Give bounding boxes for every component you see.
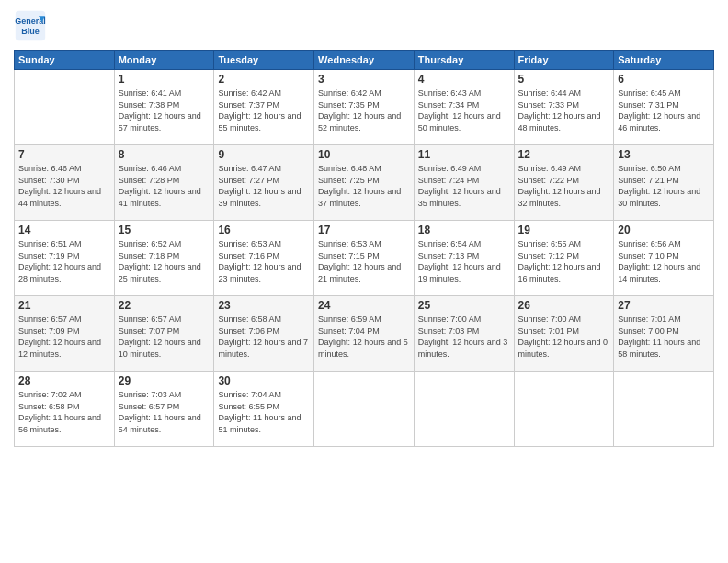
- day-cell: 11Sunrise: 6:49 AMSunset: 7:24 PMDayligh…: [414, 145, 514, 221]
- day-detail: Sunrise: 6:42 AMSunset: 7:37 PMDaylight:…: [218, 87, 310, 133]
- day-cell: 5Sunrise: 6:44 AMSunset: 7:33 PMDaylight…: [514, 70, 614, 145]
- day-detail: Sunrise: 6:42 AMSunset: 7:35 PMDaylight:…: [318, 87, 410, 133]
- day-cell: 8Sunrise: 6:46 AMSunset: 7:28 PMDaylight…: [114, 145, 214, 221]
- week-row-0: 1Sunrise: 6:41 AMSunset: 7:38 PMDaylight…: [15, 70, 714, 145]
- day-cell: 30Sunrise: 7:04 AMSunset: 6:55 PMDayligh…: [214, 372, 314, 447]
- day-cell: 3Sunrise: 6:42 AMSunset: 7:35 PMDaylight…: [314, 70, 415, 145]
- day-cell: 6Sunrise: 6:45 AMSunset: 7:31 PMDaylight…: [614, 70, 714, 145]
- day-cell: 15Sunrise: 6:52 AMSunset: 7:18 PMDayligh…: [114, 221, 214, 296]
- day-detail: Sunrise: 6:50 AMSunset: 7:21 PMDaylight:…: [618, 163, 710, 209]
- day-number: 28: [18, 374, 110, 387]
- day-cell: 1Sunrise: 6:41 AMSunset: 7:38 PMDaylight…: [114, 70, 214, 145]
- week-row-4: 28Sunrise: 7:02 AMSunset: 6:58 PMDayligh…: [15, 372, 714, 447]
- day-cell: 23Sunrise: 6:58 AMSunset: 7:06 PMDayligh…: [214, 296, 314, 372]
- day-number: 11: [418, 148, 510, 161]
- day-number: 8: [119, 148, 210, 161]
- day-cell: 13Sunrise: 6:50 AMSunset: 7:21 PMDayligh…: [614, 145, 714, 221]
- day-cell: 24Sunrise: 6:59 AMSunset: 7:04 PMDayligh…: [314, 296, 415, 372]
- day-cell: 19Sunrise: 6:55 AMSunset: 7:12 PMDayligh…: [514, 221, 614, 296]
- day-cell: 28Sunrise: 7:02 AMSunset: 6:58 PMDayligh…: [15, 372, 115, 447]
- day-number: 3: [318, 73, 410, 86]
- day-detail: Sunrise: 6:41 AMSunset: 7:38 PMDaylight:…: [119, 87, 210, 133]
- day-detail: Sunrise: 6:53 AMSunset: 7:16 PMDaylight:…: [218, 238, 310, 284]
- day-number: 29: [119, 374, 210, 387]
- week-row-2: 14Sunrise: 6:51 AMSunset: 7:19 PMDayligh…: [15, 221, 714, 296]
- day-number: 14: [18, 224, 110, 236]
- day-detail: Sunrise: 7:03 AMSunset: 6:57 PMDaylight:…: [119, 389, 210, 435]
- day-cell: 20Sunrise: 6:56 AMSunset: 7:10 PMDayligh…: [614, 221, 714, 296]
- day-detail: Sunrise: 6:45 AMSunset: 7:31 PMDaylight:…: [618, 87, 710, 133]
- day-number: 24: [318, 299, 410, 312]
- day-cell: [15, 70, 115, 145]
- day-detail: Sunrise: 6:57 AMSunset: 7:07 PMDaylight:…: [119, 314, 210, 360]
- day-number: 5: [518, 73, 610, 86]
- day-cell: 17Sunrise: 6:53 AMSunset: 7:15 PMDayligh…: [314, 221, 415, 296]
- day-detail: Sunrise: 6:49 AMSunset: 7:24 PMDaylight:…: [418, 163, 510, 209]
- header-cell-sunday: Sunday: [15, 51, 115, 70]
- day-detail: Sunrise: 6:46 AMSunset: 7:28 PMDaylight:…: [119, 163, 210, 209]
- day-number: 15: [119, 224, 210, 236]
- header-cell-monday: Monday: [114, 51, 214, 70]
- day-detail: Sunrise: 6:54 AMSunset: 7:13 PMDaylight:…: [418, 238, 510, 284]
- day-cell: 2Sunrise: 6:42 AMSunset: 7:37 PMDaylight…: [214, 70, 314, 145]
- day-cell: 4Sunrise: 6:43 AMSunset: 7:34 PMDaylight…: [414, 70, 514, 145]
- day-detail: Sunrise: 7:04 AMSunset: 6:55 PMDaylight:…: [218, 389, 310, 435]
- day-number: 9: [218, 148, 310, 161]
- svg-text:Blue: Blue: [21, 27, 40, 36]
- day-number: 16: [218, 224, 310, 236]
- day-number: 7: [18, 148, 110, 161]
- day-number: 12: [518, 148, 610, 161]
- day-number: 26: [518, 299, 610, 312]
- day-detail: Sunrise: 6:52 AMSunset: 7:18 PMDaylight:…: [119, 238, 210, 284]
- day-number: 27: [618, 299, 710, 312]
- header-cell-tuesday: Tuesday: [214, 51, 314, 70]
- day-cell: 7Sunrise: 6:46 AMSunset: 7:30 PMDaylight…: [15, 145, 115, 221]
- day-detail: Sunrise: 7:00 AMSunset: 7:01 PMDaylight:…: [518, 314, 610, 360]
- header: General Blue: [14, 9, 714, 42]
- header-cell-thursday: Thursday: [414, 51, 514, 70]
- header-cell-friday: Friday: [514, 51, 614, 70]
- day-cell: 14Sunrise: 6:51 AMSunset: 7:19 PMDayligh…: [15, 221, 115, 296]
- day-detail: Sunrise: 6:47 AMSunset: 7:27 PMDaylight:…: [218, 163, 310, 209]
- day-detail: Sunrise: 6:58 AMSunset: 7:06 PMDaylight:…: [218, 314, 310, 360]
- day-number: 2: [218, 73, 310, 86]
- day-number: 19: [518, 224, 610, 236]
- day-detail: Sunrise: 7:00 AMSunset: 7:03 PMDaylight:…: [418, 314, 510, 360]
- day-cell: 16Sunrise: 6:53 AMSunset: 7:16 PMDayligh…: [214, 221, 314, 296]
- day-detail: Sunrise: 6:53 AMSunset: 7:15 PMDaylight:…: [318, 238, 410, 284]
- day-detail: Sunrise: 6:57 AMSunset: 7:09 PMDaylight:…: [18, 314, 110, 360]
- week-row-1: 7Sunrise: 6:46 AMSunset: 7:30 PMDaylight…: [15, 145, 714, 221]
- day-cell: 10Sunrise: 6:48 AMSunset: 7:25 PMDayligh…: [314, 145, 415, 221]
- day-detail: Sunrise: 6:48 AMSunset: 7:25 PMDaylight:…: [318, 163, 410, 209]
- main-container: General Blue SundayMondayTuesdayWednesda…: [0, 0, 728, 452]
- day-cell: [514, 372, 614, 447]
- day-cell: 21Sunrise: 6:57 AMSunset: 7:09 PMDayligh…: [15, 296, 115, 372]
- day-cell: [414, 372, 514, 447]
- day-cell: 18Sunrise: 6:54 AMSunset: 7:13 PMDayligh…: [414, 221, 514, 296]
- day-detail: Sunrise: 6:55 AMSunset: 7:12 PMDaylight:…: [518, 238, 610, 284]
- day-number: 22: [119, 299, 210, 312]
- day-number: 30: [218, 374, 310, 387]
- day-number: 18: [418, 224, 510, 236]
- day-detail: Sunrise: 6:51 AMSunset: 7:19 PMDaylight:…: [18, 238, 110, 284]
- day-cell: 22Sunrise: 6:57 AMSunset: 7:07 PMDayligh…: [114, 296, 214, 372]
- day-detail: Sunrise: 6:56 AMSunset: 7:10 PMDaylight:…: [618, 238, 710, 284]
- day-cell: [314, 372, 415, 447]
- day-number: 17: [318, 224, 410, 236]
- day-cell: 29Sunrise: 7:03 AMSunset: 6:57 PMDayligh…: [114, 372, 214, 447]
- day-number: 20: [618, 224, 710, 236]
- day-number: 25: [418, 299, 510, 312]
- day-cell: 26Sunrise: 7:00 AMSunset: 7:01 PMDayligh…: [514, 296, 614, 372]
- header-cell-wednesday: Wednesday: [314, 51, 415, 70]
- day-number: 6: [618, 73, 710, 86]
- day-detail: Sunrise: 6:59 AMSunset: 7:04 PMDaylight:…: [318, 314, 410, 360]
- calendar-table: SundayMondayTuesdayWednesdayThursdayFrid…: [14, 50, 714, 447]
- header-row: SundayMondayTuesdayWednesdayThursdayFrid…: [15, 51, 714, 70]
- day-number: 13: [618, 148, 710, 161]
- day-detail: Sunrise: 6:49 AMSunset: 7:22 PMDaylight:…: [518, 163, 610, 209]
- header-cell-saturday: Saturday: [614, 51, 714, 70]
- day-detail: Sunrise: 6:46 AMSunset: 7:30 PMDaylight:…: [18, 163, 110, 209]
- day-detail: Sunrise: 6:44 AMSunset: 7:33 PMDaylight:…: [518, 87, 610, 133]
- day-cell: 9Sunrise: 6:47 AMSunset: 7:27 PMDaylight…: [214, 145, 314, 221]
- day-detail: Sunrise: 7:02 AMSunset: 6:58 PMDaylight:…: [18, 389, 110, 435]
